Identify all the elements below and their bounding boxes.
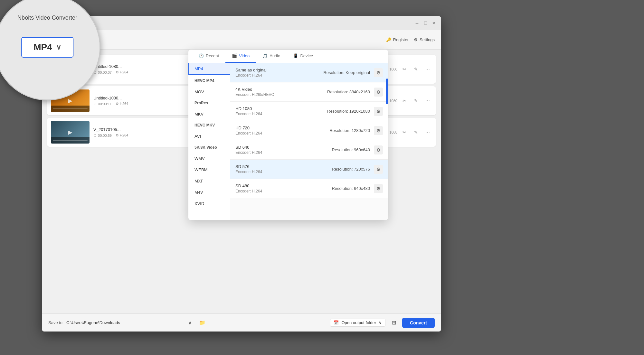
magnifier-circle: Nboits Video Converter MP4 ∨ (0, 0, 100, 100)
tab-video[interactable]: 🎬 Video (225, 50, 256, 63)
preset-info: Same as original Encoder: H.264 (235, 68, 323, 78)
progress-bar (53, 108, 88, 109)
play-icon: ▶ (68, 129, 72, 136)
tab-audio[interactable]: 🎵 Audio (256, 50, 287, 63)
preset-item-sd576[interactable]: SD 576 Encoder: H.264 Resolution: 720x57… (230, 160, 388, 179)
format-list-item-avi[interactable]: AVI (188, 131, 230, 142)
browse-folder-button[interactable]: 📁 (198, 318, 207, 327)
format-list-item-mkv[interactable]: MKV (188, 108, 230, 120)
calendar-icon: 📅 (334, 320, 339, 325)
preset-item-same-original[interactable]: Same as original Encoder: H.264 Resoluti… (230, 63, 388, 82)
preset-info: HD 1080 Encoder: H.264 (235, 106, 327, 116)
format-list: MP4 HEVC MP4 MOV ProRes MKV HEVC MKV AVI… (188, 63, 230, 220)
clock-icon: 🕐 (199, 53, 204, 58)
maximize-button[interactable]: ☐ (423, 21, 428, 25)
resolution-meta: 1080 (390, 67, 397, 71)
preset-item-sd640[interactable]: SD 640 Encoder: H.264 Resolution: 960x64… (230, 140, 388, 160)
dropdown-chevron-icon: ∨ (379, 320, 382, 325)
preset-info: HD 720 Encoder: H.264 (235, 126, 329, 135)
settings-link[interactable]: ⚙ Settings (414, 37, 435, 42)
save-path: C:\Users\Eugene\Downloads (66, 320, 182, 325)
video-icon: 🎬 (232, 53, 237, 58)
magnifier-app-name: Nboits Video Converter (17, 14, 77, 21)
codec-meta: ⚙ H264 (116, 102, 128, 106)
close-button[interactable]: ✕ (431, 21, 436, 25)
preset-settings-button[interactable]: ⚙ (374, 68, 383, 77)
codec-meta: ⚙ H264 (116, 70, 128, 74)
format-content: MP4 HEVC MP4 MOV ProRes MKV HEVC MKV AVI… (188, 63, 388, 220)
gear-icon: ⚙ (414, 37, 418, 42)
format-list-item-mov[interactable]: MOV (188, 86, 230, 98)
preset-item-sd480[interactable]: SD 480 Encoder: H.264 Resolution: 640x48… (230, 179, 388, 198)
preset-info: 4K Video Encoder: H.265/HEVC (235, 87, 327, 97)
preset-item-4k[interactable]: 4K Video Encoder: H.265/HEVC Resolution:… (230, 82, 388, 102)
cut-button[interactable]: ✂ (400, 65, 409, 74)
more-button[interactable]: ⋯ (423, 128, 432, 137)
format-list-item-webm[interactable]: WEBM (188, 164, 230, 175)
preset-list: Same as original Encoder: H.264 Resoluti… (230, 63, 388, 220)
preset-settings-button[interactable]: ⚙ (374, 126, 383, 135)
codec-meta: ⚙ H264 (116, 133, 128, 137)
preset-settings-button[interactable]: ⚙ (374, 145, 383, 154)
more-button[interactable]: ⋯ (423, 65, 432, 74)
format-tabs: 🕐 Recent 🎬 Video 🎵 Audio 📱 Device (188, 50, 388, 63)
format-list-item-m4v[interactable]: M4V (188, 187, 230, 198)
edit-button[interactable]: ✎ (412, 96, 421, 105)
bottom-bar: Save to C:\Users\Eugene\Downloads ∨ 📁 📅 … (42, 313, 441, 332)
more-button[interactable]: ⋯ (423, 96, 432, 105)
format-list-item-mxf[interactable]: MXF (188, 175, 230, 187)
path-dropdown-button[interactable]: ∨ (186, 319, 194, 327)
edit-button[interactable]: ✎ (412, 65, 421, 74)
toolbar: ↻ ✓ 🔑 Register ⚙ Settings (42, 30, 441, 50)
minimize-button[interactable]: ─ (415, 21, 419, 25)
duration-meta: ⏱ 00:00:59 (93, 134, 112, 137)
tab-recent[interactable]: 🕐 Recent (192, 50, 225, 63)
magnifier-format-button[interactable]: MP4 ∨ (21, 37, 73, 58)
magnifier-chevron-icon: ∨ (56, 43, 61, 51)
progress-bar (53, 140, 88, 141)
format-list-item-5k8k[interactable]: 5K/8K Video (188, 142, 230, 153)
cut-button[interactable]: ✂ (400, 96, 409, 105)
format-list-item-wmv[interactable]: WMV (188, 153, 230, 164)
preset-settings-button[interactable]: ⚙ (374, 107, 383, 116)
key-icon: 🔑 (386, 37, 391, 42)
save-to-label: Save to (48, 320, 62, 325)
resolution-meta: 1088 (390, 130, 397, 134)
preset-info: SD 640 Encoder: H.264 (235, 145, 332, 155)
convert-button[interactable]: Convert (402, 318, 435, 328)
magnifier-content: Nboits Video Converter MP4 ∨ (0, 0, 99, 99)
preset-item-hd720[interactable]: HD 720 Encoder: H.264 Resolution: 1280x7… (230, 121, 388, 140)
device-icon: 📱 (293, 53, 298, 58)
preset-info: SD 576 Encoder: H.264 (235, 164, 332, 174)
preset-item-hd1080[interactable]: HD 1080 Encoder: H.264 Resolution: 1920x… (230, 102, 388, 121)
format-list-item-mp4[interactable]: MP4 (188, 63, 230, 74)
window-controls: ─ ☐ ✕ (415, 21, 436, 25)
file-thumbnail: ▶ (51, 121, 90, 144)
toolbar-right: 🔑 Register ⚙ Settings (386, 37, 435, 42)
duration-meta: ⏱ 00:00:11 (93, 102, 112, 106)
audio-icon: 🎵 (262, 53, 268, 58)
tab-device[interactable]: 📱 Device (287, 50, 319, 63)
format-dropdown: 🕐 Recent 🎬 Video 🎵 Audio 📱 Device (188, 50, 388, 220)
resolution-meta: 1080 (390, 99, 397, 103)
content-area: ▶ Untitled-1080... ⏱ 00:00:07 ⚙ H264 ⊞ (42, 50, 441, 313)
register-link[interactable]: 🔑 Register (386, 37, 409, 42)
open-output-folder-button[interactable]: 📅 Open output folder ∨ (330, 319, 385, 327)
app-window: nverter ─ ☐ ✕ ↻ ✓ 🔑 Register ⚙ Settings (42, 16, 441, 332)
preset-settings-button[interactable]: ⚙ (374, 184, 383, 193)
format-list-item-hevc-mkv[interactable]: HEVC MKV (188, 120, 230, 131)
dropdown-scrollbar[interactable] (386, 79, 388, 104)
cut-button[interactable]: ✂ (400, 128, 409, 137)
file-list-area: ▶ Untitled-1080... ⏱ 00:00:07 ⚙ H264 ⊞ (42, 50, 441, 313)
edit-button[interactable]: ✎ (412, 128, 421, 137)
preset-settings-button[interactable]: ⚙ (374, 88, 383, 97)
title-bar: nverter ─ ☐ ✕ (42, 16, 441, 30)
preset-info: SD 480 Encoder: H.264 (235, 183, 332, 193)
format-list-item-prores[interactable]: ProRes (188, 98, 230, 108)
format-list-item-xvid[interactable]: XVID (188, 198, 230, 209)
grid-view-button[interactable]: ⊞ (389, 318, 398, 327)
preset-settings-button[interactable]: ⚙ (374, 165, 383, 174)
format-list-item-hevc-mp4[interactable]: HEVC MP4 (188, 75, 230, 86)
